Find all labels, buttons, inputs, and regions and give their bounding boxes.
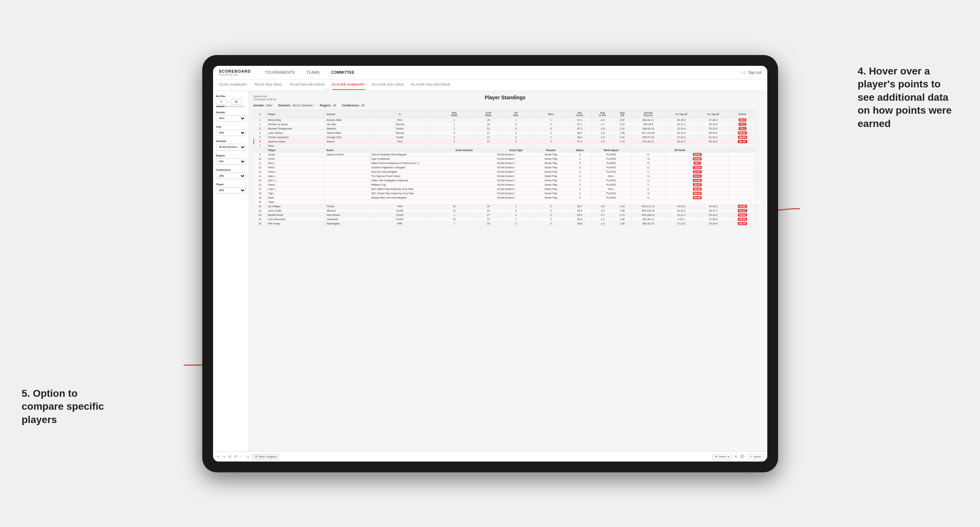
nav-right: ◁ | Sign out	[740, 70, 761, 75]
view-original-button[interactable]: 👁 View: Original	[252, 454, 279, 459]
table-row: 1 Wenyi Ding Arizona State First 1 15 1 …	[254, 118, 763, 122]
table-row: 22 Ian Gilligan Florida Third 10 24 1 0 …	[254, 204, 763, 209]
col-player: Player	[266, 110, 325, 118]
update-time: Update time: 27/01/2024 16:56:26	[253, 95, 277, 102]
logo-area: SCOREBOARD Powered by clipp	[219, 69, 251, 76]
content-area: Update time: 27/01/2024 16:56:26 Player …	[249, 91, 767, 462]
no-rds-slider[interactable]	[216, 106, 245, 107]
copy-button[interactable]: ⧉	[234, 454, 237, 459]
detail-row: 20 Taylo...	[254, 200, 763, 204]
table-row: 25 Cole Sherwood Vanderbilt Fourth 12 23…	[254, 217, 763, 222]
table-row-highlighted: 6 Jackson Kolson Auburn First 2 27 5 2 6…	[254, 140, 763, 144]
division-filter: Division: NCAA Division I	[278, 103, 314, 107]
footer-toolbar: ↩ ↪ ⚙ ⧉ ⋯ ◷ 👁 View: Original 👁 Watch ▾ ⬇…	[213, 451, 767, 462]
col-conf-rank: ConfRank	[478, 110, 498, 118]
detail-row: 18 Tiger... SEC Stroke Play hosted by Je…	[254, 191, 763, 196]
detail-row: 9 Jacob... Jackson Kolson UNCW Seahawk I…	[254, 152, 763, 157]
conference-select[interactable]: (All)	[216, 173, 246, 179]
detail-row: 11 Breni... Wake Forest Invitational at …	[254, 161, 763, 165]
download-button[interactable]: ⬇	[735, 455, 737, 458]
subnav-player-h2h-grid[interactable]: PLAYER H2H GRID	[372, 80, 404, 90]
year-label: Year	[216, 125, 246, 129]
settings-button[interactable]: ⚙	[228, 455, 231, 459]
detail-row: 15 Alex C... Fallen Oak Collegiate Invit…	[254, 178, 763, 183]
page-title: Player Standings	[277, 95, 734, 100]
region-select[interactable]: N/A	[216, 158, 246, 165]
logo-sub: Powered by clipp	[219, 73, 251, 76]
no-rds-min-input[interactable]	[216, 99, 227, 105]
conference-filter: Conference: All	[342, 103, 364, 107]
view-label: View: Original	[259, 455, 277, 458]
detail-row: 17 Luke I... SEC Match Play hosted by Je…	[254, 187, 763, 191]
subnav-team-h2h-grid[interactable]: TEAM H2H GRID	[255, 80, 282, 90]
player-label: Player	[216, 183, 246, 186]
tablet-frame: SCOREBOARD Powered by clipp TOURNAMENTS …	[202, 55, 778, 472]
more-button[interactable]: ⋯	[240, 455, 243, 459]
detail-row: 16 David... Williams Cup NCAA Division I…	[254, 183, 763, 187]
watch-button[interactable]: 👁 Watch ▾	[712, 454, 732, 459]
no-rds-section: No Rds. –	[216, 95, 246, 107]
content-header: Update time: 27/01/2024 16:56:26 Player …	[253, 95, 763, 102]
col-adj-score: Adj.Score	[568, 110, 591, 118]
watch-icon: 👁	[715, 455, 718, 458]
division-section: Division NCAA Division I	[216, 140, 246, 150]
gender-filter: Gender: Men	[253, 103, 272, 107]
col-overall: OverallRecord	[631, 110, 665, 118]
sign-out-link[interactable]: Sign out	[748, 70, 762, 75]
subnav-team-summary[interactable]: TEAM SUMMARY	[219, 80, 247, 90]
no-rds-max-input[interactable]	[231, 99, 242, 105]
subnav-player-summary[interactable]: PLAYER SUMMARY	[332, 80, 365, 90]
table-row: 23 Jack Lundin Missouri Fourth 11 24 0 0…	[254, 209, 763, 213]
col-vs50: Vs Top 50	[697, 110, 729, 118]
sidebar: No Rds. – Gender Men Women	[213, 91, 249, 462]
detail-row: 13 Stone... Amer An Intercollegiate NCAA…	[254, 170, 763, 174]
main-content: No Rds. – Gender Men Women	[213, 91, 767, 462]
gender-select[interactable]: Men Women	[216, 115, 246, 122]
detail-header-row: Player Event Event Division Event Type R…	[254, 148, 763, 152]
table-row: 26 Petr Hruby Washington Fifth 7 23 0 0 …	[254, 222, 763, 226]
redo-button[interactable]: ↪	[223, 455, 225, 459]
region-label: Region	[216, 154, 246, 157]
subnav-player-h2h-heatmap[interactable]: PLAYER H2H HEATMAP	[411, 80, 450, 90]
top-nav: SCOREBOARD Powered by clipp TOURNAMENTS …	[213, 66, 767, 79]
col-yr: Yr	[370, 110, 430, 118]
comment-button[interactable]: 💬	[740, 455, 744, 458]
player-section: Player (All)	[216, 183, 246, 194]
col-school: School	[325, 110, 370, 118]
col-no-rds: NoRds.	[498, 110, 534, 118]
table-row: 24 Bastien Amat New Mexico Fourth 1 27 2…	[254, 213, 763, 217]
share-label: Share	[753, 455, 761, 458]
annotation-4-text: 4. Hover over a player's points to see a…	[858, 65, 951, 129]
table-row: 7 Nichi...	[254, 144, 763, 148]
clock-button[interactable]: ◷	[246, 455, 250, 459]
detail-row: 10 Gordi... Tiger Invitational NCAA Divi…	[254, 157, 763, 161]
region-section: Region N/A	[216, 154, 246, 165]
division-select[interactable]: NCAA Division I	[216, 144, 246, 150]
view-icon: 👁	[255, 455, 258, 458]
logo-text: SCOREBOARD	[219, 69, 251, 73]
conference-section: Conference (All)	[216, 168, 246, 179]
no-rds-row: –	[216, 99, 246, 105]
col-avg-sg: AvgSG	[614, 110, 631, 118]
nav-committee[interactable]: COMMITTEE	[330, 70, 356, 75]
share-button[interactable]: ↗ Share	[747, 454, 763, 459]
nav-teams[interactable]: TEAMS	[305, 70, 321, 75]
table-row: 4 Luke Clanton Florida State Second 5 27…	[254, 131, 763, 135]
year-select[interactable]: (All)	[216, 130, 246, 136]
player-select[interactable]: (All)	[216, 187, 246, 194]
conference-label: Conference	[216, 168, 246, 171]
annotation-5: 5. Option to compare specific players	[22, 387, 123, 426]
nav-tournaments[interactable]: TOURNAMENTS	[264, 70, 297, 75]
undo-button[interactable]: ↩	[217, 455, 220, 459]
detail-row: 19 Mattl... Mirabel Maui Jim Intercolleg…	[254, 196, 763, 200]
gender-section: Gender Men Women	[216, 111, 246, 122]
share-icon: ↗	[750, 455, 752, 458]
table-row: 3 Michael Thorbjornsen Stanford Fourth 1…	[254, 127, 763, 131]
standings-table: # Player School Yr RegRank ConfRank NoRd…	[253, 110, 763, 226]
watch-chevron: ▾	[728, 455, 729, 458]
watch-label: Watch	[719, 455, 727, 458]
subnav-team-h2h-heatmap[interactable]: TEAM H2H HEATMAP	[290, 80, 325, 90]
annotation-4: 4. Hover over a player's points to see a…	[858, 65, 958, 130]
col-wins: Wins	[534, 110, 568, 118]
col-points: Points	[729, 110, 756, 118]
